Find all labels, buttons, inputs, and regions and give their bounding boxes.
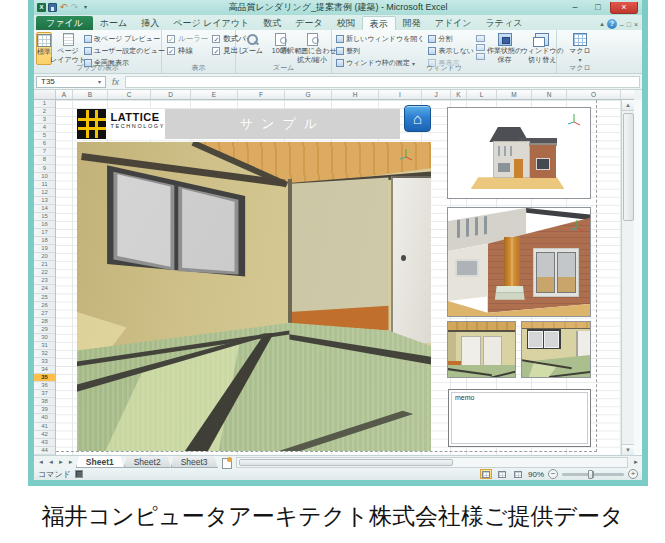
row-header-34[interactable]: 34	[34, 366, 55, 374]
column-header-O[interactable]: O	[567, 90, 621, 99]
row-header-2[interactable]: 2	[34, 108, 55, 116]
horizontal-scroll-thumb[interactable]	[239, 459, 454, 466]
insert-function-icon[interactable]: fx	[108, 77, 123, 87]
row-header-43[interactable]: 43	[34, 439, 55, 447]
page-layout-shortcut[interactable]	[496, 469, 508, 479]
gridlines-checkbox[interactable]: ✓ 枠線	[167, 46, 208, 56]
synchronous-scrolling-icon[interactable]	[476, 44, 485, 51]
tab-view[interactable]: 表示	[362, 16, 396, 30]
macros-button[interactable]: マクロ ▾	[564, 32, 596, 65]
row-header-17[interactable]: 17	[34, 229, 55, 237]
maximize-button[interactable]: □	[587, 2, 609, 14]
row-header-26[interactable]: 26	[34, 302, 55, 310]
row-header-21[interactable]: 21	[34, 261, 55, 269]
row-header-36[interactable]: 36	[34, 382, 55, 390]
thumbnail-house-entrance[interactable]	[447, 207, 591, 317]
column-header-G[interactable]: G	[285, 90, 332, 99]
page-break-shortcut[interactable]	[512, 469, 524, 479]
row-header-29[interactable]: 29	[34, 326, 55, 334]
row-header-23[interactable]: 23	[34, 277, 55, 285]
column-header-L[interactable]: L	[467, 90, 497, 99]
column-header-J[interactable]: J	[422, 90, 451, 99]
column-header-E[interactable]: E	[191, 90, 238, 99]
column-header-K[interactable]: K	[451, 90, 467, 99]
row-header-5[interactable]: 5	[34, 132, 55, 140]
last-sheet-icon[interactable]: ►	[66, 459, 76, 465]
home-button[interactable]: ⌂	[404, 105, 431, 132]
select-all-corner[interactable]	[34, 90, 56, 99]
zoom-slider[interactable]	[562, 473, 624, 476]
row-header-35[interactable]: 35	[34, 374, 55, 382]
row-header-10[interactable]: 10	[34, 173, 55, 181]
main-3d-room-view[interactable]	[77, 142, 431, 451]
row-header-11[interactable]: 11	[34, 181, 55, 189]
tab-lattice[interactable]: ラティス	[479, 16, 530, 30]
scroll-right-icon[interactable]: ►	[630, 459, 642, 465]
zoom-in-icon[interactable]: +	[628, 469, 638, 479]
row-header-28[interactable]: 28	[34, 318, 55, 326]
row-header-13[interactable]: 13	[34, 197, 55, 205]
row-header-44[interactable]: 44	[34, 447, 55, 455]
thumbnail-house-exterior[interactable]	[447, 107, 591, 199]
row-header-27[interactable]: 27	[34, 310, 55, 318]
row-header-18[interactable]: 18	[34, 237, 55, 245]
custom-views-button[interactable]: ユーザー設定のビュー	[84, 46, 165, 56]
undo-icon[interactable]: ↶	[59, 3, 68, 12]
next-sheet-icon[interactable]: ►	[56, 459, 66, 465]
ruler-checkbox[interactable]: ✓ ルーラー	[167, 34, 208, 44]
row-header-6[interactable]: 6	[34, 140, 55, 148]
column-header-D[interactable]: D	[151, 90, 191, 99]
tab-file[interactable]: ファイル	[36, 16, 93, 30]
row-header-30[interactable]: 30	[34, 334, 55, 342]
formula-input[interactable]	[125, 76, 640, 88]
horizontal-scrollbar[interactable]	[236, 457, 628, 468]
row-header-31[interactable]: 31	[34, 342, 55, 350]
save-icon[interactable]	[48, 3, 57, 12]
row-header-16[interactable]: 16	[34, 221, 55, 229]
column-header-A[interactable]: A	[56, 90, 73, 99]
name-box[interactable]: T35 ▾	[36, 76, 106, 88]
sheet-tab-sheet2[interactable]: Sheet2	[124, 456, 171, 468]
tab-insert[interactable]: 挿入	[134, 16, 166, 30]
tab-addins[interactable]: アドイン	[428, 16, 479, 30]
workbook-minimize-icon[interactable]: –	[620, 21, 624, 28]
previous-sheet-icon[interactable]: ◄	[46, 459, 56, 465]
row-header-20[interactable]: 20	[34, 253, 55, 261]
thumbnail-interior-window[interactable]	[521, 321, 591, 378]
workbook-close-icon[interactable]: ×	[634, 21, 638, 28]
help-icon[interactable]: ?	[607, 19, 617, 29]
row-header-39[interactable]: 39	[34, 406, 55, 414]
close-button[interactable]: ×	[610, 2, 638, 14]
row-header-4[interactable]: 4	[34, 124, 55, 132]
vertical-scrollbar[interactable]: ▲ ▼	[621, 100, 634, 455]
minimize-ribbon-icon[interactable]: ▴	[600, 20, 604, 28]
redo-icon[interactable]: ↷	[70, 3, 79, 12]
zoom-out-icon[interactable]: −	[548, 469, 558, 479]
arrange-all-button[interactable]: 整列	[336, 46, 424, 56]
zoom-slider-thumb[interactable]	[588, 470, 593, 479]
row-header-24[interactable]: 24	[34, 285, 55, 293]
tab-formulas[interactable]: 数式	[256, 16, 288, 30]
workbook-restore-icon[interactable]: □	[627, 21, 631, 28]
row-header-42[interactable]: 42	[34, 431, 55, 439]
row-header-38[interactable]: 38	[34, 398, 55, 406]
memo-box[interactable]: memo	[448, 389, 591, 447]
column-header-F[interactable]: F	[238, 90, 285, 99]
tab-page-layout[interactable]: ページ レイアウト	[166, 16, 256, 30]
row-header-40[interactable]: 40	[34, 414, 55, 422]
worksheet-content[interactable]: LATTICE TECHNOLOGY サンプル ⌂	[56, 100, 621, 455]
row-header-15[interactable]: 15	[34, 213, 55, 221]
thumbnail-interior-doors[interactable]	[447, 321, 516, 378]
row-header-19[interactable]: 19	[34, 245, 55, 253]
column-header-B[interactable]: B	[73, 90, 108, 99]
zoom-to-selection-button[interactable]: 選択範囲に合わせて 拡大/縮小	[295, 32, 329, 65]
normal-view-shortcut[interactable]	[480, 469, 492, 479]
row-header-8[interactable]: 8	[34, 156, 55, 164]
first-sheet-icon[interactable]: ◄	[36, 459, 46, 465]
row-header-25[interactable]: 25	[34, 294, 55, 302]
row-header-41[interactable]: 41	[34, 423, 55, 431]
tab-developer[interactable]: 開発	[396, 16, 428, 30]
page-layout-view-button[interactable]: ページ レイアウト	[52, 32, 84, 65]
reset-window-position-icon[interactable]	[476, 53, 485, 60]
tab-data[interactable]: データ	[288, 16, 329, 30]
